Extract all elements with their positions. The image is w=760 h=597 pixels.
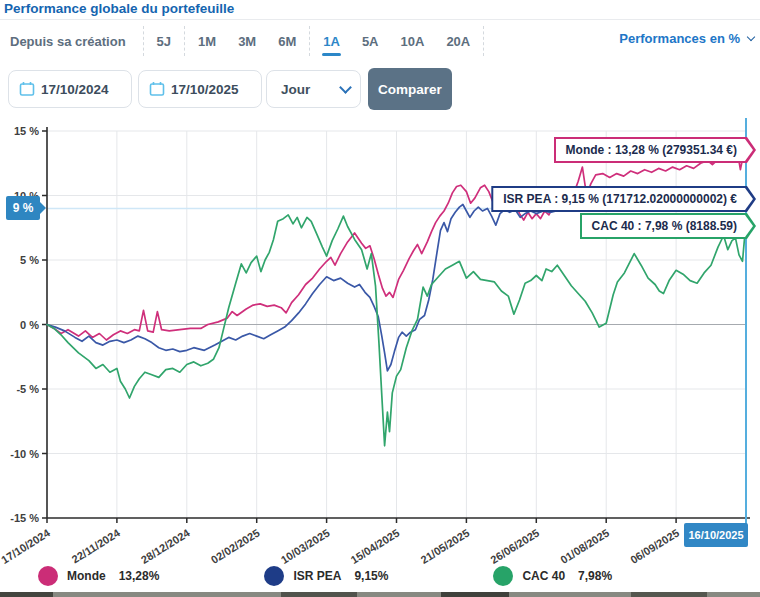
legend-value: 13,28% (119, 569, 160, 583)
chart-tooltip-text: ISR PEA : 9,15 % (171712.02000000002) € (493, 188, 753, 210)
bottom-edge-strip (0, 592, 760, 597)
chart-tooltip: ISR PEA : 9,15 % (171712.02000000002) € (491, 186, 756, 212)
x-tick-label: 17/10/2024 (0, 526, 53, 566)
x-tick-label: 02/02/2025 (209, 527, 262, 566)
chart-tooltip: Monde : 13,28 % (279351.34 €) (554, 137, 756, 163)
x-tick-label: 22/11/2024 (69, 526, 122, 565)
legend-value: 9,15% (354, 569, 388, 583)
x-tick-label: 26/06/2025 (488, 527, 541, 566)
y-axis-highlight-badge: 9 % (6, 196, 40, 220)
legend-dot-isr-pea (264, 566, 284, 586)
legend-label: CAC 40 (522, 569, 565, 583)
x-tick-label: 01/08/2025 (558, 527, 611, 566)
x-tick-label: 06/09/2025 (628, 527, 681, 566)
legend-dot-cac-40 (493, 566, 513, 586)
x-tick-label: 10/03/2025 (279, 527, 332, 566)
cursor-date-badge: 16/10/2025 (684, 523, 748, 547)
legend-label: Monde (67, 569, 106, 583)
x-tick-label: 21/05/2025 (418, 527, 471, 566)
y-tick-label: 5 % (20, 254, 39, 266)
legend-dot-monde (38, 566, 58, 586)
x-tick-label: 28/12/2024 (139, 526, 193, 566)
y-tick-label: -10 % (10, 448, 39, 460)
y-tick-label: 0 % (20, 319, 39, 331)
y-tick-label: -15 % (10, 512, 39, 524)
chart-legend: Monde 13,28% ISR PEA 9,15% CAC 40 7,98% (38, 566, 612, 586)
legend-value: 7,98% (578, 569, 612, 583)
chart-tooltip: CAC 40 : 7,98 % (8188.59) (580, 213, 756, 239)
y-tick-label: 15 % (14, 125, 39, 137)
y-tick-label: -5 % (16, 383, 39, 395)
chart-tooltip-text: CAC 40 : 7,98 % (8188.59) (582, 215, 753, 237)
legend-label: ISR PEA (293, 569, 341, 583)
legend-item-isr-pea[interactable]: ISR PEA 9,15% (264, 566, 388, 586)
legend-item-cac-40[interactable]: CAC 40 7,98% (493, 566, 612, 586)
legend-item-monde[interactable]: Monde 13,28% (38, 566, 159, 586)
x-tick-label: 15/04/2025 (349, 527, 402, 566)
performance-chart: 15 %10 %5 %0 %-5 %-10 %-15 %17/10/202422… (0, 0, 760, 597)
chart-tooltip-text: Monde : 13,28 % (279351.34 €) (556, 139, 753, 161)
